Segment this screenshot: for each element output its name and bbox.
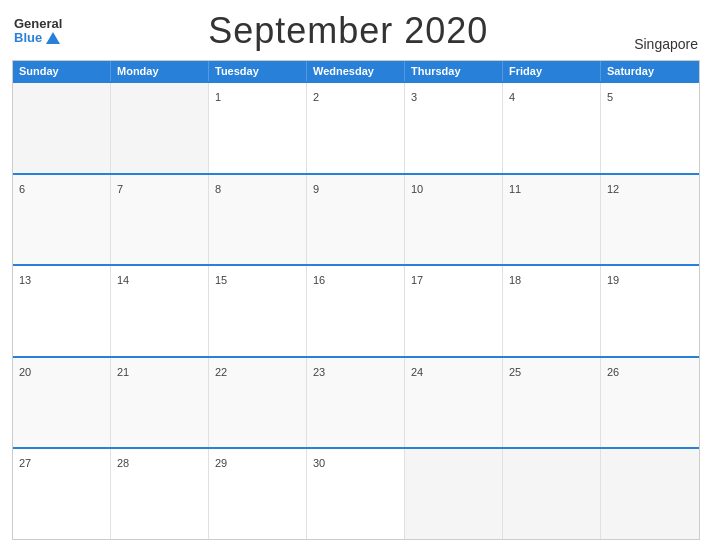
calendar-cell: 7 [111,175,209,265]
region-label: Singapore [634,36,698,52]
calendar: SundayMondayTuesdayWednesdayThursdayFrid… [12,60,700,540]
day-number: 13 [19,274,31,286]
logo-triangle-icon [46,32,60,44]
calendar-cell: 25 [503,358,601,448]
calendar-cell: 4 [503,83,601,173]
day-number: 24 [411,366,423,378]
calendar-header-tuesday: Tuesday [209,61,307,81]
calendar-cell: 12 [601,175,699,265]
day-number: 8 [215,183,221,195]
logo-blue-text: Blue [14,31,60,45]
calendar-cell: 26 [601,358,699,448]
day-number: 19 [607,274,619,286]
day-number: 16 [313,274,325,286]
day-number: 7 [117,183,123,195]
calendar-cell: 17 [405,266,503,356]
day-number: 11 [509,183,521,195]
calendar-cell: 18 [503,266,601,356]
day-number: 9 [313,183,319,195]
calendar-cell: 24 [405,358,503,448]
calendar-week-2: 6789101112 [13,173,699,265]
calendar-cell [111,83,209,173]
calendar-cell: 13 [13,266,111,356]
day-number: 6 [19,183,25,195]
day-number: 21 [117,366,129,378]
calendar-cell: 1 [209,83,307,173]
day-number: 29 [215,457,227,469]
calendar-header-friday: Friday [503,61,601,81]
calendar-cell: 29 [209,449,307,539]
calendar-header-monday: Monday [111,61,209,81]
day-number: 25 [509,366,521,378]
calendar-week-4: 20212223242526 [13,356,699,448]
day-number: 28 [117,457,129,469]
calendar-header-row: SundayMondayTuesdayWednesdayThursdayFrid… [13,61,699,81]
day-number: 30 [313,457,325,469]
calendar-week-5: 27282930 [13,447,699,539]
day-number: 26 [607,366,619,378]
day-number: 4 [509,91,515,103]
logo-blue-label: Blue [14,31,42,45]
day-number: 3 [411,91,417,103]
calendar-week-3: 13141516171819 [13,264,699,356]
day-number: 14 [117,274,129,286]
calendar-cell: 5 [601,83,699,173]
calendar-cell: 6 [13,175,111,265]
day-number: 22 [215,366,227,378]
calendar-cell: 28 [111,449,209,539]
calendar-cell: 16 [307,266,405,356]
calendar-cell: 11 [503,175,601,265]
calendar-cell: 19 [601,266,699,356]
day-number: 17 [411,274,423,286]
calendar-cell: 27 [13,449,111,539]
calendar-cell: 21 [111,358,209,448]
calendar-week-1: 12345 [13,81,699,173]
logo-general-text: General [14,17,62,31]
calendar-cell: 3 [405,83,503,173]
calendar-cell: 9 [307,175,405,265]
day-number: 1 [215,91,221,103]
calendar-header-thursday: Thursday [405,61,503,81]
day-number: 12 [607,183,619,195]
calendar-cell: 10 [405,175,503,265]
calendar-cell: 8 [209,175,307,265]
calendar-cell: 14 [111,266,209,356]
calendar-cell: 15 [209,266,307,356]
calendar-cell: 23 [307,358,405,448]
calendar-cell [601,449,699,539]
logo: General Blue [14,17,62,46]
calendar-cell: 30 [307,449,405,539]
calendar-cell [503,449,601,539]
calendar-cell: 20 [13,358,111,448]
day-number: 18 [509,274,521,286]
day-number: 20 [19,366,31,378]
day-number: 23 [313,366,325,378]
header: General Blue September 2020 Singapore [12,10,700,52]
calendar-cell [13,83,111,173]
calendar-title: September 2020 [208,10,488,52]
day-number: 5 [607,91,613,103]
calendar-header-saturday: Saturday [601,61,699,81]
day-number: 10 [411,183,423,195]
calendar-cell [405,449,503,539]
day-number: 15 [215,274,227,286]
page: General Blue September 2020 Singapore Su… [0,0,712,550]
calendar-cell: 22 [209,358,307,448]
calendar-cell: 2 [307,83,405,173]
calendar-header-wednesday: Wednesday [307,61,405,81]
calendar-header-sunday: Sunday [13,61,111,81]
day-number: 27 [19,457,31,469]
day-number: 2 [313,91,319,103]
